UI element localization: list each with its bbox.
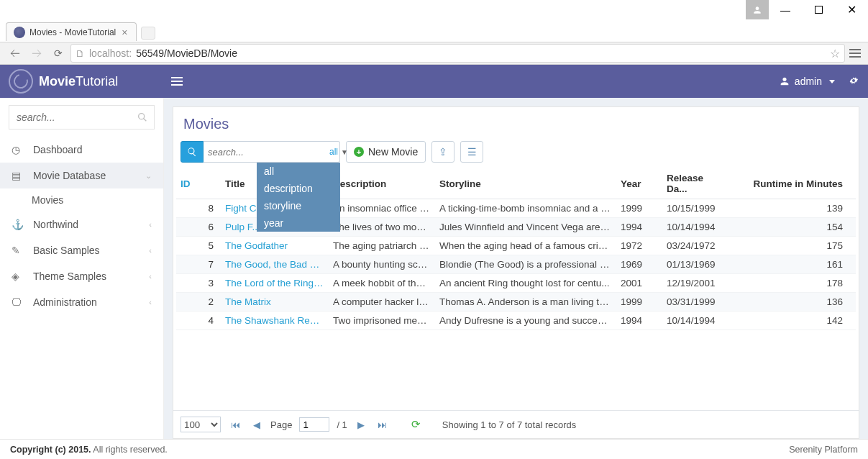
sidebar-subitem-movies[interactable]: Movies (0, 188, 163, 212)
cell-description: A computer hacker le... (329, 293, 435, 312)
browser-tab[interactable]: Movies - MovieTutorial × (6, 22, 137, 41)
new-tab-button[interactable] (141, 27, 155, 40)
table-row[interactable]: 7The Good, the Bad an...A bounty hunting… (176, 255, 856, 274)
cell-year: 2001 (616, 274, 662, 293)
sidebar-item-movie-database[interactable]: ▤ Movie Database ⌄ (0, 163, 163, 188)
footer-copyright-strong: Copyright (c) 2015. (10, 445, 91, 455)
col-header-runtime[interactable]: Runtime in Minutes (723, 168, 856, 199)
brand-logo[interactable]: MovieTutorial (9, 69, 163, 94)
sidebar-search[interactable] (9, 105, 155, 129)
col-header-year[interactable]: Year (616, 168, 662, 199)
cell-release-date: 03/24/1972 (662, 237, 723, 255)
cell-title-link[interactable]: The Godfather (221, 237, 329, 255)
cell-title-link[interactable]: The Shawshank Rede... (221, 312, 329, 330)
dropdown-option-all[interactable]: all (257, 163, 340, 180)
sidebar-item-label: Dashboard (33, 144, 83, 155)
tab-close-icon[interactable]: × (120, 27, 129, 38)
sidebar-item-label: Basic Samples (33, 245, 100, 256)
cell-release-date: 03/31/1999 (662, 293, 723, 312)
cell-storyline: Thomas A. Anderson is a man living tw... (435, 293, 616, 312)
cell-description: An insomniac office w... (329, 199, 435, 218)
pager-next-button[interactable]: ▶ (355, 419, 367, 430)
bookmark-star-icon[interactable]: ☆ (830, 47, 840, 60)
svg-line-1 (144, 119, 147, 122)
cell-id: 6 (176, 218, 221, 237)
page-info-icon[interactable]: 🗋 (76, 48, 85, 59)
cell-title-link[interactable]: The Good, the Bad an... (221, 255, 329, 274)
cell-title-link[interactable]: The Lord of the Rings:... (221, 274, 329, 293)
quicksearch-button[interactable] (181, 141, 204, 163)
new-movie-button[interactable]: + New Movie (346, 141, 426, 163)
column-picker-button[interactable]: ☰ (460, 141, 483, 163)
dropdown-option-year[interactable]: year (257, 214, 340, 232)
footer-platform[interactable]: Serenity Platform (789, 445, 858, 455)
table-row[interactable]: 4The Shawshank Rede...Two imprisoned men… (176, 312, 856, 330)
sidebar-search-input[interactable] (17, 112, 132, 123)
sidebar-item-dashboard[interactable]: ◷ Dashboard (0, 137, 163, 163)
sidebar-item-label: Administration (33, 296, 97, 308)
search-icon (137, 112, 148, 125)
cell-runtime: 139 (723, 199, 856, 218)
table-row[interactable]: 2The MatrixA computer hacker le...Thomas… (176, 293, 856, 312)
cell-storyline: Jules Winnfield and Vincent Vega are t..… (435, 218, 616, 237)
url-field[interactable]: 🗋 localhost:56549/MovieDB/Movie ☆ (70, 44, 845, 63)
col-header-release-date[interactable]: Release Da... (662, 168, 723, 199)
dropdown-option-description[interactable]: description (257, 180, 340, 197)
cell-title-link[interactable]: The Matrix (221, 293, 329, 312)
col-header-id[interactable]: ID (176, 168, 221, 199)
sidebar-item-theme-samples[interactable]: ◈ Theme Samples ‹ (0, 263, 163, 289)
cell-year: 1972 (616, 237, 662, 255)
page-title: Movies (173, 107, 859, 141)
cell-release-date: 10/15/1999 (662, 199, 723, 218)
cell-release-date: 10/14/1994 (662, 312, 723, 330)
page-size-select[interactable]: 100 (181, 417, 221, 432)
nav-forward-button[interactable]: 🡢 (27, 44, 46, 63)
cell-id: 4 (176, 312, 221, 330)
quicksearch-scope-caret-icon[interactable]: ▼ (341, 148, 348, 156)
quicksearch-input[interactable] (208, 147, 329, 158)
col-header-storyline[interactable]: Storyline (435, 168, 616, 199)
pager-refresh-button[interactable]: ⟳ (411, 418, 421, 431)
cell-runtime: 142 (723, 312, 856, 330)
desktop-icon: 🖵 (12, 296, 24, 308)
window-maximize-button[interactable] (802, 0, 835, 19)
nav-back-button[interactable]: 🡠 (6, 44, 24, 63)
pager-first-button[interactable]: ⏮ (228, 419, 243, 430)
sidebar-item-basic-samples[interactable]: ✎ Basic Samples ‹ (0, 237, 163, 263)
os-user-icon (746, 0, 769, 19)
cell-runtime: 136 (723, 293, 856, 312)
cell-year: 1999 (616, 199, 662, 218)
new-movie-label: New Movie (368, 146, 418, 158)
cell-id: 7 (176, 255, 221, 274)
user-menu-button[interactable]: admin (779, 76, 835, 87)
sidebar-item-northwind[interactable]: ⚓ Northwind ‹ (0, 212, 163, 237)
pager-prev-button[interactable]: ◀ (250, 419, 263, 430)
url-path: 56549/MovieDB/Movie (136, 47, 237, 59)
settings-cogs-button[interactable] (848, 75, 859, 88)
logo-icon (9, 69, 33, 94)
window-minimize-button[interactable]: — (769, 0, 802, 19)
sidebar-item-administration[interactable]: 🖵 Administration ‹ (0, 289, 163, 315)
quicksearch-scope[interactable]: all (329, 147, 338, 157)
nav-reload-button[interactable]: ⟳ (49, 44, 68, 63)
dropdown-option-storyline[interactable]: storyline (257, 197, 340, 214)
browser-menu-button[interactable] (848, 46, 862, 60)
cell-release-date: 12/19/2001 (662, 274, 723, 293)
cell-storyline: Blondie (The Good) is a professional g..… (435, 255, 616, 274)
excel-export-button[interactable]: ⇪ (431, 141, 454, 163)
user-name: admin (795, 76, 822, 87)
table-row[interactable]: 5The GodfatherThe aging patriarch of...W… (176, 237, 856, 255)
pager-last-button[interactable]: ⏭ (375, 419, 390, 430)
window-close-button[interactable]: ✕ (835, 0, 868, 19)
pager-page-input[interactable] (299, 417, 329, 432)
col-header-description[interactable]: Description (329, 168, 435, 199)
cell-id: 8 (176, 199, 221, 218)
dashboard-icon: ◷ (12, 144, 24, 155)
table-row[interactable]: 3The Lord of the Rings:...A meek hobbit … (176, 274, 856, 293)
cell-description: The aging patriarch of... (329, 237, 435, 255)
cell-runtime: 178 (723, 274, 856, 293)
sidebar-toggle-button[interactable] (163, 77, 191, 86)
anchor-icon: ⚓ (12, 219, 24, 230)
cell-description: A bounty hunting sca... (329, 255, 435, 274)
pager-page-label: Page (270, 419, 292, 430)
